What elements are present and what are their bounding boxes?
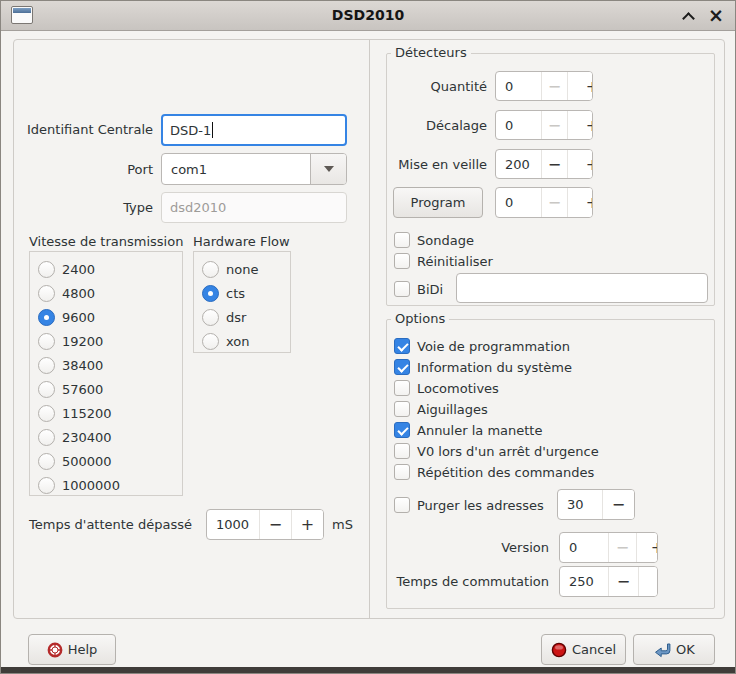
program-spinbox[interactable]: 0 − + (495, 187, 593, 218)
version-label: Version (401, 532, 549, 563)
ok-enter-arrow-icon (653, 642, 671, 658)
checkbox-icon (394, 232, 410, 248)
timeout-value: 1000 (207, 510, 259, 539)
minus-icon[interactable]: − (541, 150, 567, 178)
program-value: 0 (496, 188, 541, 217)
radio-none[interactable]: none (202, 259, 290, 279)
radio-xon[interactable]: xon (202, 331, 290, 351)
decalage-spinbox[interactable]: 0 − + (495, 110, 593, 140)
checkbox-icon (394, 281, 410, 297)
radio-icon (38, 285, 55, 302)
bidi-checkbox[interactable]: BiDi (394, 280, 443, 298)
radio-icon (38, 357, 55, 374)
radio-icon (202, 333, 219, 350)
plus-icon[interactable]: + (638, 567, 658, 596)
program-button[interactable]: Program (393, 187, 483, 218)
minus-icon[interactable]: − (602, 490, 634, 519)
plus-icon[interactable]: + (636, 533, 658, 562)
plus-icon[interactable]: + (567, 188, 593, 217)
hardware-flow-frame-label: Hardware Flow (193, 234, 290, 249)
v0-arret-urgence-checkbox[interactable]: V0 lors d'un arrêt d'urgence (394, 442, 599, 460)
checkbox-checked-icon (394, 422, 410, 438)
text-caret (212, 122, 213, 138)
repetition-des-commandes-checkbox[interactable]: Répétition des commandes (394, 463, 594, 481)
aiguillages-checkbox[interactable]: Aiguillages (394, 400, 488, 418)
dialog-window: DSD2010 × Identifiant Centrale DSD-1 Por… (0, 0, 736, 674)
decalage-value: 0 (496, 111, 541, 139)
checkbox-icon (394, 497, 410, 513)
window-title: DSD2010 (1, 7, 735, 23)
radio-57600[interactable]: 57600 (38, 379, 182, 399)
purger-les-adresses-checkbox[interactable]: Purger les adresses (394, 496, 544, 514)
close-button[interactable]: × (703, 1, 729, 31)
radio-icon (38, 477, 55, 494)
radio-icon (38, 261, 55, 278)
sondage-checkbox[interactable]: Sondage (394, 231, 474, 249)
port-label: Port (17, 153, 153, 185)
quantite-value: 0 (496, 72, 541, 100)
radio-dsr[interactable]: dsr (202, 307, 290, 327)
timeout-label: Temps d'attente dépassé (29, 509, 199, 540)
port-dropdown-button[interactable] (310, 154, 346, 184)
minus-icon[interactable]: − (259, 510, 291, 539)
plus-icon[interactable]: + (567, 150, 593, 178)
radio-38400[interactable]: 38400 (38, 355, 182, 375)
version-value: 0 (560, 533, 608, 562)
cancel-button-label: Cancel (572, 642, 616, 657)
plus-icon[interactable]: + (567, 72, 593, 100)
shade-button[interactable] (675, 1, 701, 31)
timeout-spinbox[interactable]: 1000 − + (206, 509, 324, 540)
commutation-spinbox[interactable]: 250 − + (559, 566, 658, 597)
checkbox-icon (394, 443, 410, 459)
radio-4800[interactable]: 4800 (38, 283, 182, 303)
title-bar: DSD2010 × (1, 1, 735, 31)
radio-9600[interactable]: 9600 (38, 307, 182, 327)
close-icon: × (708, 6, 724, 25)
minus-icon[interactable]: − (608, 533, 636, 562)
purger-spinbox[interactable]: 30 − (557, 489, 635, 520)
annuler-la-manette-checkbox[interactable]: Annuler la manette (394, 421, 542, 439)
minus-icon[interactable]: − (541, 72, 567, 100)
reinitialiser-checkbox[interactable]: Réinitialiser (394, 252, 493, 270)
bidi-input[interactable] (456, 273, 708, 303)
window-bottom-edge (1, 667, 735, 673)
radio-2400[interactable]: 2400 (38, 259, 182, 279)
minus-icon[interactable]: − (608, 567, 638, 596)
radio-cts[interactable]: cts (202, 283, 290, 303)
mise-en-veille-value: 200 (496, 150, 541, 178)
information-du-systeme-checkbox[interactable]: Information du système (394, 358, 572, 376)
radio-500000[interactable]: 500000 (38, 451, 182, 471)
minus-icon[interactable]: − (541, 111, 567, 139)
port-combobox[interactable]: com1 (161, 153, 347, 185)
quantite-spinbox[interactable]: 0 − + (495, 71, 593, 101)
commutation-value: 250 (560, 567, 608, 596)
shade-icon (682, 12, 695, 25)
minus-icon[interactable]: − (541, 188, 567, 217)
vitesse-frame-label: Vitesse de transmission (29, 234, 183, 249)
locomotives-checkbox[interactable]: Locomotives (394, 379, 499, 397)
ok-button[interactable]: OK (633, 634, 715, 665)
identifiant-label: Identifiant Centrale (17, 114, 153, 145)
timeout-unit-label: mS (332, 509, 362, 540)
plus-icon[interactable]: + (291, 510, 323, 539)
radio-230400[interactable]: 230400 (38, 427, 182, 447)
type-label: Type (17, 192, 153, 223)
purger-value: 30 (558, 490, 602, 519)
radio-icon (38, 405, 55, 422)
identifiant-input[interactable]: DSD-1 (161, 114, 347, 146)
radio-icon (38, 333, 55, 350)
radio-19200[interactable]: 19200 (38, 331, 182, 351)
radio-115200[interactable]: 115200 (38, 403, 182, 423)
plus-icon[interactable]: + (567, 111, 593, 139)
help-button[interactable]: Help (28, 634, 116, 665)
port-value: com1 (162, 154, 310, 184)
mise-en-veille-spinbox[interactable]: 200 − + (495, 149, 593, 179)
version-spinbox[interactable]: 0 − + (559, 532, 658, 563)
hardware-flow-radio-group: none cts dsr xon (193, 251, 291, 353)
cancel-button[interactable]: Cancel (541, 634, 626, 665)
radio-1000000[interactable]: 1000000 (38, 475, 182, 495)
voie-de-programmation-checkbox[interactable]: Voie de programmation (394, 337, 570, 355)
radio-icon (38, 453, 55, 470)
ok-button-label: OK (676, 642, 695, 657)
quantite-label: Quantité (347, 71, 487, 101)
